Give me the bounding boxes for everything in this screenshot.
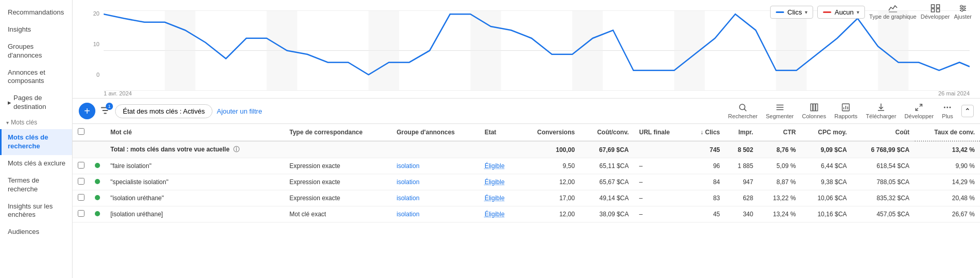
svg-point-10	[961, 9, 963, 11]
svg-rect-20	[776, 10, 806, 91]
sidebar-item-groupes-annonces[interactable]: Groupes d'annonces	[0, 38, 72, 64]
aucun-button[interactable]: Aucun ▾	[817, 6, 865, 19]
groupe-3[interactable]: isolation	[396, 211, 419, 218]
sidebar-item-audiences[interactable]: Audiences	[0, 224, 72, 241]
col-ctr[interactable]: CTR	[758, 124, 801, 141]
col-cout[interactable]: Coût	[852, 124, 915, 141]
col-conversions[interactable]: Conversions	[518, 124, 580, 141]
add-filter-button[interactable]: Ajouter un filtre	[217, 107, 262, 115]
chevron-right-icon: ▸	[8, 99, 11, 107]
status-dot-3	[95, 211, 100, 216]
colonnes-label: Colonnes	[802, 113, 826, 119]
main-content: Clics ▾ Aucun ▾ Type de graphique	[73, 0, 980, 278]
developper-chart-button[interactable]: Développer	[920, 4, 949, 20]
rapports-button[interactable]: Rapports	[834, 103, 858, 119]
y-label-20: 20	[83, 10, 100, 17]
table-row: [isolation uréthane] Mot clé exact isola…	[73, 206, 980, 223]
sidebar-item-pages-destination[interactable]: ▸ Pages de destination	[0, 90, 72, 116]
colonnes-button[interactable]: Colonnes	[802, 103, 826, 119]
svg-rect-27	[811, 104, 813, 111]
rechercher-button[interactable]: Rechercher	[728, 103, 758, 119]
col-status	[90, 124, 105, 141]
svg-rect-28	[813, 104, 815, 111]
mot-cle-2: "isolation uréthane"	[105, 190, 284, 206]
row-checkbox-1[interactable]	[78, 178, 84, 185]
etat-0[interactable]: Éligible	[485, 162, 505, 170]
chart-controls: Clics ▾ Aucun ▾ Type de graphique	[770, 4, 972, 20]
row-checkbox-3[interactable]	[78, 210, 84, 217]
groupe-1[interactable]: isolation	[396, 178, 419, 186]
col-cout-conv[interactable]: Coût/conv.	[580, 124, 634, 141]
url-0: –	[634, 158, 687, 174]
col-impr[interactable]: Impr.	[725, 124, 758, 141]
ajuster-icon	[958, 4, 968, 12]
sidebar-item-insights[interactable]: Insights	[0, 21, 72, 38]
line-chart	[104, 10, 970, 91]
conversions-3: 12,00	[518, 206, 580, 223]
sidebar-item-insights-encheres[interactable]: Insights sur les enchères	[0, 198, 72, 224]
add-button[interactable]: +	[79, 103, 95, 119]
cout-conv-1: 65,67 $CA	[580, 174, 634, 190]
sidebar-item-recommandations[interactable]: Recommandations	[0, 4, 72, 21]
taux-conv-0: 9,90 %	[915, 158, 980, 174]
impr-1: 947	[725, 174, 758, 190]
type-graphique-label: Type de graphique	[869, 13, 916, 20]
total-cout: 6 768,99 $CA	[852, 141, 915, 158]
chart-type-icon	[888, 4, 898, 12]
col-taux-conv[interactable]: Taux de conv.	[915, 124, 980, 141]
sidebar-item-annonces-composants[interactable]: Annonces et composants	[0, 64, 72, 90]
col-groupe-annonces[interactable]: Groupe d'annonces	[391, 124, 479, 141]
etat-3[interactable]: Éligible	[485, 211, 505, 218]
sidebar-section-mots-cles[interactable]: Mots clés	[0, 116, 72, 129]
svg-point-8	[960, 5, 962, 7]
clics-0: 96	[687, 158, 725, 174]
groupe-0[interactable]: isolation	[396, 162, 419, 170]
more-icon	[943, 103, 952, 112]
cout-conv-3: 38,09 $CA	[580, 206, 634, 223]
y-label-0: 0	[83, 72, 100, 78]
sidebar: Recommandations Insights Groupes d'annon…	[0, 0, 73, 278]
svg-line-23	[745, 109, 746, 110]
developper-table-button[interactable]: Développer	[904, 103, 933, 119]
col-etat[interactable]: Etat	[479, 124, 518, 141]
ajuster-label: Ajuster	[954, 13, 972, 20]
type-graphique-button[interactable]: Type de graphique	[869, 4, 916, 20]
sidebar-item-mots-cles-recherche[interactable]: Mots clés de recherche	[0, 129, 72, 155]
clics-caret-icon: ▾	[805, 9, 807, 15]
plus-button[interactable]: Plus	[942, 103, 953, 119]
filter-status-button[interactable]: État des mots clés : Activés	[115, 104, 212, 118]
col-cpc-moy[interactable]: CPC moy.	[801, 124, 852, 141]
segmenter-button[interactable]: Segmenter	[766, 103, 794, 119]
total-help-icon[interactable]: ⓘ	[233, 146, 239, 153]
ctr-0: 5,09 %	[758, 158, 801, 174]
sidebar-item-mots-cles-exclure[interactable]: Mots clés à exclure	[0, 155, 72, 172]
clics-button[interactable]: Clics ▾	[770, 6, 813, 19]
mot-cle-0: "faire isolation"	[105, 158, 284, 174]
ajuster-button[interactable]: Ajuster	[954, 4, 972, 20]
row-checkbox-2[interactable]	[78, 194, 84, 201]
col-type-correspondance[interactable]: Type de correspondance	[284, 124, 391, 141]
groupe-2[interactable]: isolation	[396, 194, 419, 202]
collapse-button[interactable]: ⌃	[961, 105, 974, 117]
cout-1: 788,05 $CA	[852, 174, 915, 190]
total-cpc-moy: 9,09 $CA	[801, 141, 852, 158]
row-checkbox-0[interactable]	[78, 162, 84, 169]
etat-2[interactable]: Éligible	[485, 194, 505, 202]
col-url-finale[interactable]: URL finale	[634, 124, 687, 141]
columns-icon	[809, 103, 819, 112]
col-mot-cle[interactable]: Mot clé	[105, 124, 284, 141]
filter-badge-button[interactable]: 1	[100, 105, 111, 118]
svg-rect-1	[931, 5, 934, 8]
svg-rect-14	[165, 10, 195, 91]
table-row: "faire isolation" Expression exacte isol…	[73, 158, 980, 174]
ctr-1: 8,87 %	[758, 174, 801, 190]
svg-rect-29	[816, 104, 818, 111]
etat-1[interactable]: Éligible	[485, 178, 505, 186]
clics-2: 83	[687, 190, 725, 206]
rapports-icon	[841, 103, 850, 112]
telecharger-button[interactable]: Télécharger	[866, 103, 897, 119]
total-impr: 8 502	[725, 141, 758, 158]
select-all-checkbox[interactable]	[78, 128, 84, 135]
sidebar-item-termes-recherche[interactable]: Termes de recherche	[0, 172, 72, 198]
col-clics[interactable]: ↓ Clics	[687, 124, 725, 141]
